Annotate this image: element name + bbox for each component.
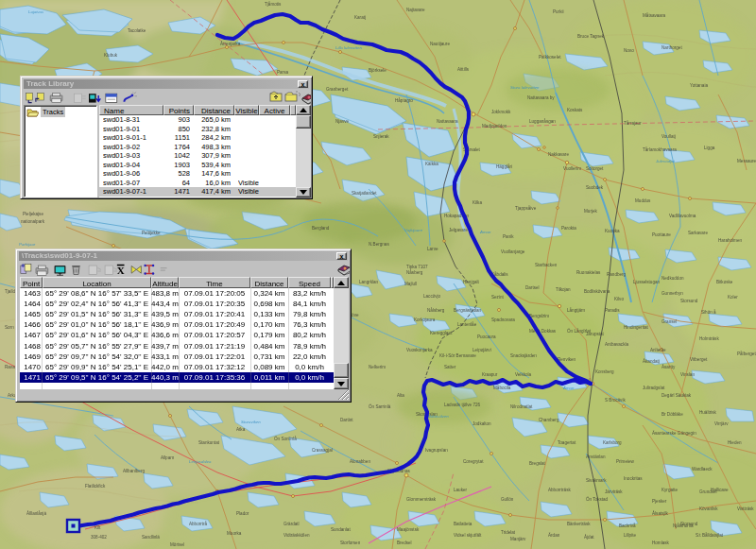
svg-text:Koler: Koler — [728, 295, 738, 300]
svg-text:Vidsel skjutfält: Vidsel skjutfält — [454, 533, 482, 538]
svg-text:Degärl Säukiak: Degärl Säukiak — [662, 393, 692, 398]
svg-text:Purkii: Purkii — [553, 9, 564, 14]
svg-text:Grundsel: Grundsel — [699, 489, 717, 494]
svg-text:Paradis: Paradis — [605, 308, 620, 313]
svg-text:Leipojärvi: Leipojärvi — [472, 348, 491, 352]
svg-text:Ladvatls tjölve 726: Ladvatls tjölve 726 — [444, 403, 480, 407]
svg-text:Madjojaddon: Madjojaddon — [482, 124, 507, 129]
svg-text:Wardlaeck: Wardlaeck — [692, 467, 713, 472]
svg-text:Ärdan: Ärdan — [548, 532, 560, 538]
svg-text:Vadlilavuolma: Vadlilavuolma — [669, 214, 696, 218]
svg-text:Bänkerträsk: Bänkerträsk — [567, 522, 591, 526]
svg-text:Batlatteta: Batlatteta — [454, 522, 472, 526]
svg-text:Chamberg: Chamberg — [539, 418, 559, 422]
svg-text:Julevädjat: Julevädjat — [655, 159, 676, 163]
svg-text:Åsartty: Åsartty — [662, 364, 676, 369]
svg-text:Lauker: Lauker — [454, 488, 468, 492]
svg-text:Måtsavaara: Måtsavaara — [643, 12, 665, 18]
svg-text:Larve: Larve — [427, 247, 438, 251]
svg-text:Flatlickfick: Flatlickfick — [85, 484, 106, 489]
svg-text:Vistträsk: Vistträsk — [737, 506, 754, 511]
svg-text:Stankuntat: Stankuntat — [198, 440, 220, 445]
svg-text:Messaure: Messaure — [737, 159, 756, 163]
svg-text:Nåsberg: Nåsberg — [406, 269, 423, 275]
svg-text:Kieregglant: Kieregglant — [430, 331, 453, 335]
svg-text:Nålsberg: Nålsberg — [427, 307, 445, 313]
svg-text:Abborrträsk: Abborrträsk — [548, 488, 571, 492]
svg-text:Tjåmotis: Tjåmotis — [265, 1, 282, 7]
svg-text:Inockritas: Inockritas — [624, 476, 643, 481]
svg-text:Bengslzim: Bengslzim — [529, 314, 549, 318]
svg-text:Plador: Plador — [236, 511, 249, 516]
svg-text:Murjek: Murjek — [584, 209, 597, 214]
svg-text:Ön Sonlinlå: Ön Sonlinlå — [274, 436, 297, 441]
svg-text:Hindingeritat: Hindingeritat — [624, 325, 649, 330]
svg-text:Vitberget: Vitberget — [690, 357, 708, 362]
svg-text:Ålllanlånjá: Ålllanlånjá — [26, 510, 46, 516]
svg-text:S Brocitvik: S Brocitvik — [605, 398, 626, 403]
svg-text:Virrjärv: Virrjärv — [714, 421, 729, 426]
svg-text:Konsberg: Konsberg — [595, 369, 614, 374]
svg-text:Jelgavare: Jelgavare — [449, 228, 468, 232]
svg-text:Årrenjarka: Årrenjarka — [220, 41, 241, 46]
svg-text:Antbavackla: Antbavackla — [605, 342, 628, 347]
svg-text:Narthorget: Narthorget — [662, 45, 682, 50]
svg-text:Vuollanjarge: Vuollanjarge — [501, 249, 525, 254]
svg-text:Karatj: Karatj — [354, 15, 366, 20]
svg-text:Jodkalton: Jodkalton — [472, 421, 491, 426]
svg-text:Mörtsel: Mörtsel — [170, 542, 184, 547]
svg-text:Henjgalt: Henjgalt — [463, 280, 480, 284]
svg-text:Kyrgatte: Kyrgatte — [662, 488, 679, 492]
svg-text:Hägglåri: Hägglåri — [496, 163, 512, 169]
svg-text:Bruce Tagnek: Bruce Tagnek — [577, 34, 605, 39]
svg-text:Tridelat: Tridelat — [501, 530, 516, 535]
svg-text:Jokkmokk: Jokkmokk — [491, 110, 511, 114]
svg-text:Mettä Dokkas: Mettä Dokkas — [529, 329, 557, 334]
svg-text:Sarkavare: Sarkavare — [688, 231, 708, 235]
svg-text:Soltorget: Soltorget — [586, 166, 604, 171]
svg-text:Bergland: Bergland — [312, 226, 330, 231]
svg-text:Åjdat: Åjdat — [584, 534, 594, 540]
svg-text:Starbacken: Starbacken — [535, 263, 558, 267]
svg-text:Lantenlåe: Lantenlåe — [457, 321, 477, 327]
svg-text:Snacksjärden: Snacksjärden — [510, 353, 537, 358]
svg-text:Glommersträsk: Glommersträsk — [406, 497, 437, 502]
svg-text:Ön Sarrinlä: Ön Sarrinlä — [369, 403, 391, 409]
svg-text:Parkijaur: Parkijaur — [19, 242, 36, 247]
svg-text:Sandlinlä: Sandlinlä — [142, 535, 160, 540]
svg-text:Vidträskkölen: Vidträskkölen — [284, 533, 310, 538]
svg-text:Backrivå: Backrivå — [619, 523, 636, 528]
svg-text:Parokta: Parokta — [561, 226, 576, 231]
svg-text:S:t Bålldatsjlat: S:t Bålldatsjlat — [696, 532, 724, 538]
svg-text:Nattavaara: Nattavaara — [437, 119, 458, 124]
svg-text:Bredsel: Bredsel — [397, 540, 412, 545]
svg-text:Randberg: Randberg — [607, 272, 627, 277]
svg-text:Bergnästlstlan: Bergnästlstlan — [454, 308, 482, 313]
svg-text:Aman: Aman — [479, 230, 491, 234]
svg-text:Stora lulevatten: Stora lulevatten — [510, 85, 540, 90]
svg-text:Koskats: Koskats — [567, 108, 583, 112]
svg-text:Snjierak: Snjierak — [373, 134, 389, 139]
svg-text:Maajönstsk: Maajönstsk — [397, 527, 420, 532]
svg-text:Dartint: Dartint — [340, 418, 353, 422]
svg-text:Ruonakielas: Ruonakielas — [576, 270, 601, 275]
svg-text:Grärdatl: Grärdatl — [284, 522, 300, 526]
svg-text:Spadnovara: Spadnovara — [491, 317, 515, 322]
svg-text:Gullön: Gullön — [501, 497, 514, 502]
svg-text:nationalpark: nationalpark — [21, 219, 45, 224]
svg-text:Tipka 7107: Tipka 7107 — [406, 265, 428, 269]
svg-text:Crassagjal: Crassagjal — [312, 448, 333, 453]
svg-text:Lugganåsgan: Lugganåsgan — [529, 118, 556, 124]
svg-text:Puocaura: Puocaura — [477, 335, 496, 339]
svg-text:Ligga: Ligga — [704, 146, 715, 150]
svg-text:Njavve: Njavve — [335, 119, 349, 124]
svg-text:Juliradgslat: Juliradgslat — [643, 386, 665, 390]
svg-text:Storforsen: Storforsen — [340, 540, 361, 545]
svg-text:Gunnerbyn: Gunnerbyn — [662, 291, 683, 296]
svg-text:Kuouka: Kuouka — [605, 229, 620, 233]
svg-text:Kilt: Kilt — [94, 525, 101, 530]
svg-text:Anlierke: Anlierke — [650, 348, 666, 352]
svg-text:Suobdek: Suobdek — [586, 185, 604, 190]
svg-text:Allparn: Allparn — [161, 455, 175, 460]
svg-text:Yottanaia: Yottanaia — [690, 83, 708, 88]
